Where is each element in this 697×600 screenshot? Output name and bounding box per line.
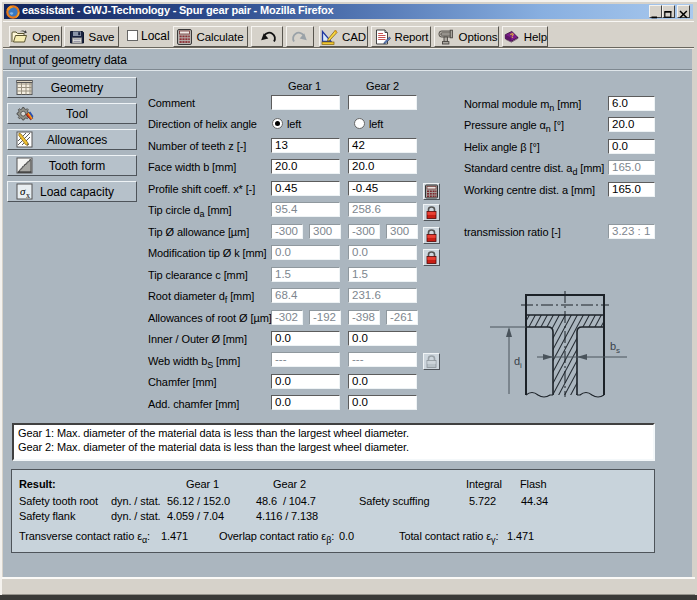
svg-text:s: s xyxy=(616,346,620,355)
svg-text:x: x xyxy=(26,191,30,200)
svg-text:i: i xyxy=(520,361,522,370)
svg-text:?: ? xyxy=(509,31,514,39)
